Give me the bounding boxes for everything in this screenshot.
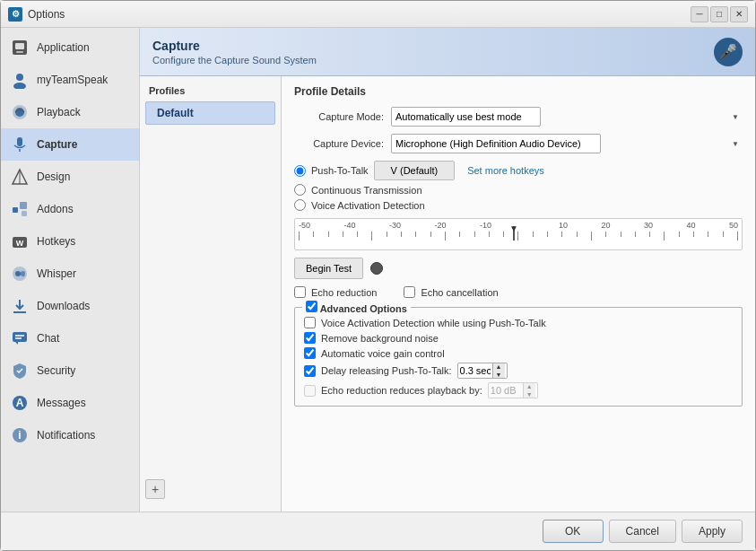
sidebar-item-application[interactable]: Application: [1, 31, 139, 64]
svg-text:A: A: [16, 397, 24, 409]
voice-activation-push-checkbox[interactable]: [304, 317, 316, 328]
continuous-transmission-label[interactable]: Continuous Transmission: [311, 185, 422, 196]
svg-rect-2: [16, 51, 23, 53]
advanced-options-label[interactable]: Advanced Options: [320, 303, 407, 314]
voice-activation-push-label[interactable]: Voice Activation Detection while using P…: [321, 318, 546, 328]
sidebar-label-downloads: Downloads: [37, 300, 90, 312]
sidebar-label-playback: Playback: [37, 106, 81, 118]
advanced-options-checkbox[interactable]: [306, 301, 317, 312]
sidebar-item-messages[interactable]: A Messages: [1, 387, 139, 419]
ok-button[interactable]: OK: [543, 520, 604, 543]
sidebar-label-application: Application: [37, 41, 90, 54]
sidebar-item-myteamspeak[interactable]: myTeamSpeak: [1, 64, 139, 96]
delay-increment[interactable]: ▲: [493, 363, 505, 371]
delay-spinner-buttons: ▲ ▼: [492, 363, 505, 379]
profile-default[interactable]: Default: [145, 101, 275, 125]
capture-subtitle: Configure the Capture Sound System: [152, 55, 317, 66]
sidebar: Application myTeamSpeak Playback Capture: [1, 28, 140, 512]
auto-voice-gain-row: Automatic voice gain control: [304, 347, 733, 359]
remove-background-checkbox[interactable]: [304, 332, 316, 344]
capture-header-text: Capture Configure the Capture Sound Syst…: [152, 39, 317, 66]
hotkey-button[interactable]: V (Default): [374, 161, 456, 180]
sidebar-item-security[interactable]: Security: [1, 354, 139, 387]
profile-details: Profile Details Capture Mode: Automatica…: [282, 76, 755, 512]
echo-reduction-playback-checkbox[interactable]: [304, 385, 316, 397]
echo-reduction-playback-row: Echo reduction reduces playback by: ▲ ▼: [304, 382, 733, 398]
svg-rect-19: [13, 332, 27, 342]
apply-button[interactable]: Apply: [682, 520, 743, 543]
echo-cancellation-label[interactable]: Echo cancellation: [421, 287, 498, 298]
continuous-transmission-row: Continuous Transmission: [294, 184, 743, 196]
svg-rect-11: [13, 207, 18, 213]
sidebar-label-design: Design: [37, 171, 70, 183]
slider-arrow: ▼: [509, 223, 518, 233]
auto-voice-gain-label[interactable]: Automatic voice gain control: [321, 348, 445, 359]
capture-mode-select-wrapper: Automatically use best mode: [391, 107, 743, 127]
capture-mode-select[interactable]: Automatically use best mode: [391, 107, 541, 127]
delay-decrement[interactable]: ▼: [493, 371, 505, 379]
sidebar-label-myteamspeak: myTeamSpeak: [37, 74, 108, 86]
playback-icon: [10, 102, 30, 122]
capture-device-select[interactable]: Microphone (High Definition Audio Device…: [391, 134, 601, 153]
echo-reduction-label[interactable]: Echo reduction: [311, 287, 377, 298]
sidebar-item-whisper[interactable]: Whisper: [1, 258, 139, 290]
capture-title: Capture: [152, 39, 317, 53]
svg-point-6: [15, 108, 24, 117]
remove-background-row: Remove background noise: [304, 332, 733, 344]
tick-container: [299, 232, 738, 241]
continuous-transmission-radio[interactable]: [294, 184, 306, 196]
window-title: Options: [28, 8, 691, 21]
svg-text:i: i: [18, 429, 21, 442]
sidebar-item-capture[interactable]: Capture: [1, 128, 139, 161]
begin-test-button[interactable]: Begin Test: [294, 258, 363, 279]
svg-point-4: [13, 83, 26, 89]
delay-spinner[interactable]: ▲ ▼: [457, 363, 508, 379]
sidebar-item-hotkeys[interactable]: W Hotkeys: [1, 225, 139, 258]
capture-icon: [10, 135, 30, 154]
maximize-button[interactable]: □: [710, 6, 728, 22]
voice-activation-push-row: Voice Activation Detection while using P…: [304, 317, 733, 328]
delay-releasing-label[interactable]: Delay releasing Push-To-Talk:: [321, 365, 452, 376]
sidebar-item-addons[interactable]: Addons: [1, 193, 139, 225]
set-hotkeys-link[interactable]: Set more hotkeys: [467, 165, 544, 176]
svg-marker-20: [15, 342, 18, 345]
add-profile-area: +: [140, 474, 281, 504]
cancel-button[interactable]: Cancel: [609, 520, 676, 543]
hotkeys-icon: W: [10, 232, 30, 251]
remove-background-label[interactable]: Remove background noise: [321, 333, 439, 344]
content-area: Application myTeamSpeak Playback Capture: [1, 28, 755, 512]
downloads-icon: [10, 296, 30, 316]
sidebar-item-playback[interactable]: Playback: [1, 96, 139, 128]
sidebar-item-downloads[interactable]: Downloads: [1, 290, 139, 322]
echo-reduction-checkbox[interactable]: [294, 286, 306, 298]
capture-device-select-wrapper: Microphone (High Definition Audio Device…: [391, 134, 743, 153]
window-controls: ─ □ ✕: [691, 6, 748, 22]
capture-mode-row: Capture Mode: Automatically use best mod…: [294, 107, 743, 127]
sidebar-item-chat[interactable]: Chat: [1, 322, 139, 354]
add-profile-button[interactable]: +: [145, 479, 165, 499]
delay-releasing-checkbox[interactable]: [304, 365, 316, 377]
sidebar-label-addons: Addons: [37, 203, 74, 215]
messages-icon: A: [10, 393, 30, 413]
sidebar-item-notifications[interactable]: i Notifications: [1, 419, 139, 451]
delay-value-input[interactable]: [458, 363, 492, 378]
minimize-button[interactable]: ─: [691, 6, 708, 22]
profiles-label: Profiles: [140, 83, 281, 101]
addons-icon: [10, 199, 30, 219]
auto-voice-gain-checkbox[interactable]: [304, 347, 316, 359]
main-content: Capture Configure the Capture Sound Syst…: [140, 28, 755, 512]
voice-activation-radio[interactable]: [294, 199, 306, 211]
sidebar-item-design[interactable]: Design: [1, 161, 139, 193]
title-bar: ⚙ Options ─ □ ✕: [1, 1, 755, 28]
push-to-talk-radio[interactable]: [294, 165, 306, 177]
echo-cancellation-checkbox[interactable]: [404, 286, 415, 298]
push-to-talk-label[interactable]: Push-To-Talk: [311, 165, 369, 176]
sidebar-label-messages: Messages: [37, 397, 86, 409]
echo-row: Echo reduction Echo cancellation: [294, 286, 743, 302]
whisper-icon: [10, 264, 30, 284]
close-button[interactable]: ✕: [730, 6, 748, 22]
sidebar-label-whisper: Whisper: [37, 267, 76, 280]
capture-header: Capture Configure the Capture Sound Syst…: [140, 28, 755, 76]
voice-activation-label[interactable]: Voice Activation Detection: [311, 200, 425, 211]
echo-reduction-playback-label: Echo reduction reduces playback by:: [321, 385, 482, 396]
